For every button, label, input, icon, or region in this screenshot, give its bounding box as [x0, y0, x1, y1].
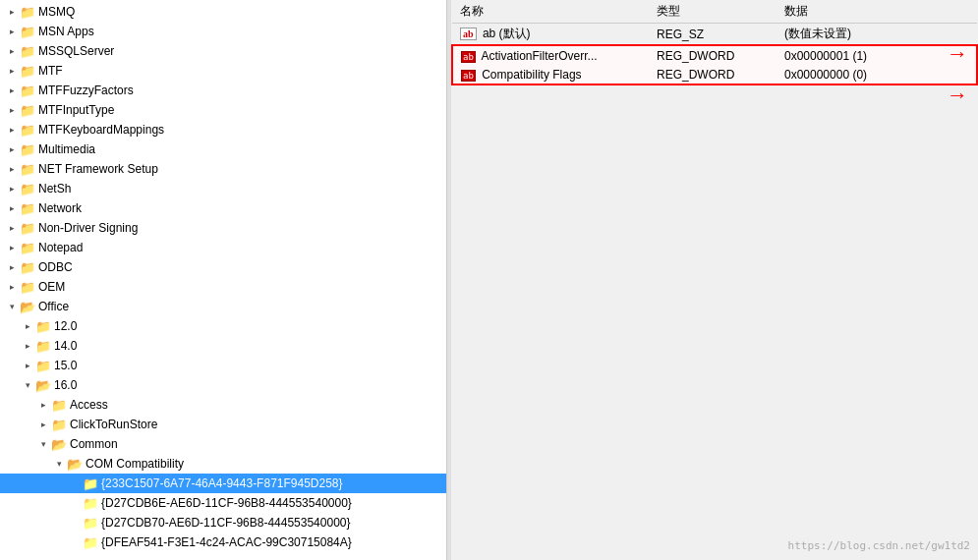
expand-icon-office-access[interactable]: ▸: [35, 397, 51, 413]
expand-icon-office-clicktorun[interactable]: ▸: [35, 417, 51, 432]
expand-icon-mtf[interactable]: ▸: [4, 63, 20, 79]
registry-table: 名称 类型 数据 ab ab (默认) REG_SZ (数值未设置) ab Ac…: [451, 0, 978, 85]
reg-data-activation-filter: 0x00000001 (1): [777, 45, 938, 65]
folder-icon-office-14: 📁: [35, 340, 51, 353]
tree-item-net-framework[interactable]: ▸📁NET Framework Setup: [0, 159, 446, 179]
tree-item-msmq[interactable]: ▸📁MSMQ: [0, 2, 446, 22]
tree-label-office-16: 16.0: [54, 378, 77, 392]
folder-icon-office-12: 📁: [35, 320, 51, 333]
folder-icon-office-clicktorun: 📁: [51, 419, 67, 431]
tree-item-office-com-compat[interactable]: ▾📂COM Compatibility: [0, 454, 446, 474]
tree-item-office-15[interactable]: ▸📁15.0: [0, 356, 446, 375]
tree-item-guid4[interactable]: 📁{DFEAF541-F3E1-4c24-ACAC-99C30715084A}: [0, 532, 446, 552]
reg-data-compat-flags: 0x00000000 (0): [777, 65, 938, 84]
expand-icon-mtf-keyboard[interactable]: ▸: [4, 122, 20, 138]
tree-label-mtf: MTF: [38, 64, 63, 78]
tree-item-netsh[interactable]: ▸📁NetSh: [0, 179, 446, 198]
expand-icon-msn-apps[interactable]: ▸: [4, 24, 20, 39]
tree-item-multimedia[interactable]: ▸📁Multimedia: [0, 140, 446, 159]
tree-label-msmq: MSMQ: [38, 5, 75, 19]
folder-icon-network: 📁: [20, 202, 35, 215]
tree-item-mtf-keyboard[interactable]: ▸📁MTFKeyboardMappings: [0, 120, 446, 140]
tree-label-notepad: Notepad: [38, 241, 83, 254]
expand-icon-odbc[interactable]: ▸: [4, 259, 20, 275]
tree-item-office-16[interactable]: ▾📂16.0: [0, 375, 446, 395]
tree-label-odbc: ODBC: [38, 260, 73, 274]
expand-icon-office-15[interactable]: ▸: [20, 358, 35, 373]
folder-icon-office-com-compat: 📂: [67, 458, 83, 471]
tree-label-mtf-input: MTFInputType: [38, 103, 114, 117]
registry-tree[interactable]: ▸📁MSMQ▸📁MSN Apps▸📁MSSQLServer▸📁MTF▸📁MTFF…: [0, 0, 447, 560]
expand-icon-multimedia[interactable]: ▸: [4, 141, 20, 157]
tree-item-guid1[interactable]: 📁{233C1507-6A77-46A4-9443-F871F945D258}: [0, 474, 446, 493]
expand-icon-net-framework[interactable]: ▸: [4, 161, 20, 177]
tree-item-oem[interactable]: ▸📁OEM: [0, 277, 446, 297]
expand-icon-mtf-fuzzy[interactable]: ▸: [4, 83, 20, 98]
folder-icon-guid2: 📁: [83, 497, 98, 510]
folder-icon-office-access: 📁: [51, 399, 67, 412]
expand-icon-office-14[interactable]: ▸: [20, 338, 35, 354]
tree-label-office-com-compat: COM Compatibility: [86, 457, 184, 471]
expand-icon-office-com-compat[interactable]: ▾: [51, 456, 67, 472]
tree-item-mtf-fuzzy[interactable]: ▸📁MTFFuzzyFactors: [0, 81, 446, 100]
reg-icon-dword-activation-filter: ab: [461, 51, 476, 63]
col-data: 数据: [777, 0, 938, 24]
expand-icon-office-common[interactable]: ▾: [35, 436, 51, 452]
tree-label-netsh: NetSh: [38, 182, 71, 196]
folder-icon-guid4: 📁: [83, 536, 98, 549]
expand-icon-non-driver[interactable]: ▸: [4, 220, 20, 236]
expand-icon-mssqlserver[interactable]: ▸: [4, 43, 20, 59]
tree-label-office-12: 12.0: [54, 319, 77, 333]
reg-row-activation-filter[interactable]: ab ActivationFilterOverr... REG_DWORD 0x…: [452, 45, 977, 65]
folder-icon-multimedia: 📁: [20, 143, 35, 156]
folder-icon-mtf-fuzzy: 📁: [20, 84, 35, 97]
expand-icon-oem[interactable]: ▸: [4, 279, 20, 295]
tree-item-office-14[interactable]: ▸📁14.0: [0, 336, 446, 356]
tree-label-office-clicktorun: ClickToRunStore: [70, 418, 157, 431]
expand-icon-notepad[interactable]: ▸: [4, 240, 20, 255]
tree-item-office[interactable]: ▾📂Office: [0, 297, 446, 316]
folder-icon-mtf: 📁: [20, 65, 35, 78]
reg-type-default: REG_SZ: [649, 24, 777, 46]
tree-item-network[interactable]: ▸📁Network: [0, 198, 446, 218]
tree-item-msn-apps[interactable]: ▸📁MSN Apps: [0, 22, 446, 41]
tree-label-office: Office: [38, 300, 69, 313]
expand-icon-office-16[interactable]: ▾: [20, 377, 35, 393]
tree-item-mtf-input[interactable]: ▸📁MTFInputType: [0, 100, 446, 120]
folder-icon-non-driver: 📁: [20, 222, 35, 235]
tree-item-office-common[interactable]: ▾📂Common: [0, 434, 446, 454]
expand-icon-network[interactable]: ▸: [4, 200, 20, 216]
folder-icon-mtf-input: 📁: [20, 104, 35, 117]
tree-label-net-framework: NET Framework Setup: [38, 162, 158, 176]
folder-icon-office-15: 📁: [35, 360, 51, 372]
reg-icon-ab: ab: [460, 28, 477, 40]
folder-icon-msmq: 📁: [20, 6, 35, 19]
expand-icon-netsh[interactable]: ▸: [4, 181, 20, 196]
tree-item-guid3[interactable]: 📁{D27CDB70-AE6D-11CF-96B8-444553540000}: [0, 513, 446, 532]
tree-item-non-driver[interactable]: ▸📁Non-Driver Signing: [0, 218, 446, 238]
tree-item-mtf[interactable]: ▸📁MTF: [0, 61, 446, 81]
col-name: 名称: [452, 0, 649, 24]
reg-row-compat-flags[interactable]: ab Compatibility Flags REG_DWORD 0x00000…: [452, 65, 977, 84]
tree-label-office-access: Access: [70, 398, 108, 412]
tree-item-mssqlserver[interactable]: ▸📁MSSQLServer: [0, 41, 446, 61]
folder-icon-guid3: 📁: [83, 517, 98, 530]
tree-item-office-clicktorun[interactable]: ▸📁ClickToRunStore: [0, 415, 446, 434]
folder-icon-msn-apps: 📁: [20, 26, 35, 38]
expand-icon-office[interactable]: ▾: [4, 299, 20, 314]
folder-icon-odbc: 📁: [20, 261, 35, 274]
expand-icon-office-12[interactable]: ▸: [20, 318, 35, 334]
tree-label-oem: OEM: [38, 280, 65, 294]
tree-item-guid2[interactable]: 📁{D27CDB6E-AE6D-11CF-96B8-444553540000}: [0, 493, 446, 513]
tree-item-notepad[interactable]: ▸📁Notepad: [0, 238, 446, 257]
reg-icon-dword-compat-flags: ab: [461, 70, 476, 82]
tree-item-odbc[interactable]: ▸📁ODBC: [0, 257, 446, 277]
tree-item-office-access[interactable]: ▸📁Access: [0, 395, 446, 415]
expand-icon-mtf-input[interactable]: ▸: [4, 102, 20, 118]
tree-label-guid3: {D27CDB70-AE6D-11CF-96B8-444553540000}: [101, 516, 351, 530]
reg-row-default[interactable]: ab ab (默认) REG_SZ (数值未设置): [452, 24, 977, 46]
expand-icon-msmq[interactable]: ▸: [4, 4, 20, 20]
folder-icon-oem: 📁: [20, 281, 35, 294]
tree-item-office-12[interactable]: ▸📁12.0: [0, 316, 446, 336]
tree-label-office-15: 15.0: [54, 359, 77, 372]
